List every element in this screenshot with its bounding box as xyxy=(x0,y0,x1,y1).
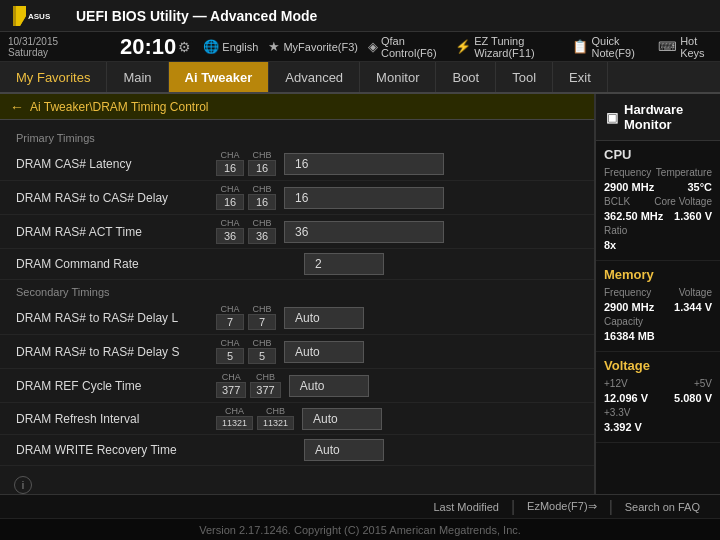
ras-cas-chb: CHB 16 xyxy=(248,185,276,210)
hw-monitor-header: ▣ Hardware Monitor xyxy=(596,94,720,141)
hw-cpu-bclk-cv-vals: 362.50 MHz 1.360 V xyxy=(604,210,712,222)
hw-cpu-freq-temp-labels: Frequency Temperature xyxy=(604,167,712,178)
nav-monitor[interactable]: Monitor xyxy=(360,62,436,92)
hw-cpu-ratio-label: Ratio xyxy=(604,225,712,236)
back-button[interactable]: ← xyxy=(10,99,24,115)
primary-timings-header: Primary Timings xyxy=(0,126,594,147)
hw-cpu-ratio-val: 8x xyxy=(604,239,712,251)
nav-exit[interactable]: Exit xyxy=(553,62,608,92)
refresh-interval-label: DRAM Refresh Interval xyxy=(16,412,216,426)
ras-ras-s-label: DRAM RAS# to RAS# Delay S xyxy=(16,345,216,359)
ras-ras-s-cha: CHA 5 xyxy=(216,339,244,364)
hw-voltage-section: Voltage +12V +5V 12.096 V 5.080 V +3.3V … xyxy=(596,352,720,443)
ras-ras-l-channels: CHA 7 CHB 7 xyxy=(216,305,276,330)
setting-row-ras-cas[interactable]: DRAM RAS# to CAS# Delay CHA 16 CHB 16 16 xyxy=(0,181,594,215)
ras-cas-cha: CHA 16 xyxy=(216,185,244,210)
ras-cas-channels: CHA 16 CHB 16 xyxy=(216,185,276,210)
main-area: ← Ai Tweaker\DRAM Timing Control Primary… xyxy=(0,94,720,494)
write-recovery-label: DRAM WRITE Recovery Time xyxy=(16,443,216,457)
status-bar: Last Modified | EzMode(F7)⇒ | Search on … xyxy=(0,494,720,518)
ras-act-chb: CHB 36 xyxy=(248,219,276,244)
refresh-interval-cha: CHA 11321 xyxy=(216,407,253,430)
setting-row-ras-ras-l[interactable]: DRAM RAS# to RAS# Delay L CHA 7 CHB 7 Au… xyxy=(0,301,594,335)
setting-row-ref-cycle[interactable]: DRAM REF Cycle Time CHA 377 CHB 377 Auto xyxy=(0,369,594,403)
logo: ASUS xyxy=(8,2,68,30)
svg-marker-1 xyxy=(16,6,26,26)
nav-ai-tweaker[interactable]: Ai Tweaker xyxy=(169,62,270,92)
setting-row-ras-act[interactable]: DRAM RAS# ACT Time CHA 36 CHB 36 36 xyxy=(0,215,594,249)
secondary-timings-header: Secondary Timings xyxy=(0,280,594,301)
hw-mem-title: Memory xyxy=(604,267,712,282)
time-display: 20:10 ⚙ xyxy=(120,34,191,60)
ras-ras-s-value[interactable]: Auto xyxy=(284,341,364,363)
nav-bar: My Favorites Main Ai Tweaker Advanced Mo… xyxy=(0,62,720,94)
top-icon-language[interactable]: 🌐 English xyxy=(203,39,258,54)
setting-row-ras-ras-s[interactable]: DRAM RAS# to RAS# Delay S CHA 5 CHB 5 Au… xyxy=(0,335,594,369)
language-icon: 🌐 xyxy=(203,39,219,54)
nav-main[interactable]: Main xyxy=(107,62,168,92)
ez-mode-button[interactable]: EzMode(F7)⇒ xyxy=(517,500,607,513)
hw-volt-12-5-labels: +12V +5V xyxy=(604,378,712,389)
top-icon-eztuning[interactable]: ⚡ EZ Tuning Wizard(F11) xyxy=(455,35,562,59)
top-icon-qfan[interactable]: ◈ Qfan Control(F6) xyxy=(368,35,445,59)
ras-ras-l-value[interactable]: Auto xyxy=(284,307,364,329)
breadcrumb: ← Ai Tweaker\DRAM Timing Control xyxy=(0,94,594,120)
hw-cpu-title: CPU xyxy=(604,147,712,162)
ref-cycle-channels: CHA 377 CHB 377 xyxy=(216,373,281,398)
ras-cas-value[interactable]: 16 xyxy=(284,187,444,209)
setting-row-refresh-interval[interactable]: DRAM Refresh Interval CHA 11321 CHB 1132… xyxy=(0,403,594,435)
cmd-rate-label: DRAM Command Rate xyxy=(16,257,216,271)
footer-text: Version 2.17.1246. Copyright (C) 2015 Am… xyxy=(199,524,521,536)
cas-latency-label: DRAM CAS# Latency xyxy=(16,157,216,171)
ref-cycle-cha: CHA 377 xyxy=(216,373,246,398)
ref-cycle-chb: CHB 377 xyxy=(250,373,280,398)
tuning-icon: ⚡ xyxy=(455,39,471,54)
ras-ras-l-cha: CHA 7 xyxy=(216,305,244,330)
ras-cas-label: DRAM RAS# to CAS# Delay xyxy=(16,191,216,205)
ref-cycle-label: DRAM REF Cycle Time xyxy=(16,379,216,393)
svg-text:ASUS: ASUS xyxy=(28,12,51,21)
hw-cpu-freq-temp-vals: 2900 MHz 35°C xyxy=(604,181,712,193)
setting-row-cas-latency[interactable]: DRAM CAS# Latency CHA 16 CHB 16 16 xyxy=(0,147,594,181)
setting-row-cmd-rate[interactable]: DRAM Command Rate 2 xyxy=(0,249,594,280)
fan-icon: ◈ xyxy=(368,39,378,54)
setting-row-write-recovery[interactable]: DRAM WRITE Recovery Time Auto xyxy=(0,435,594,466)
gear-icon[interactable]: ⚙ xyxy=(178,39,191,55)
nav-tool[interactable]: Tool xyxy=(496,62,553,92)
cmd-rate-value[interactable]: 2 xyxy=(304,253,384,275)
top-icon-myfavorite[interactable]: ★ MyFavorite(F3) xyxy=(268,39,358,54)
ras-act-value[interactable]: 36 xyxy=(284,221,444,243)
breadcrumb-path: Ai Tweaker\DRAM Timing Control xyxy=(30,100,209,114)
ras-ras-l-label: DRAM RAS# to RAS# Delay L xyxy=(16,311,216,325)
refresh-interval-channels: CHA 11321 CHB 11321 xyxy=(216,407,294,430)
nav-advanced[interactable]: Advanced xyxy=(269,62,360,92)
ref-cycle-value[interactable]: Auto xyxy=(289,375,369,397)
hw-volt-12-5-vals: 12.096 V 5.080 V xyxy=(604,392,712,404)
top-icon-quicknote[interactable]: 📋 Quick Note(F9) xyxy=(572,35,648,59)
last-modified-button[interactable]: Last Modified xyxy=(424,501,509,513)
search-faq-button[interactable]: Search on FAQ xyxy=(615,501,710,513)
ras-act-label: DRAM RAS# ACT Time xyxy=(16,225,216,239)
cas-latency-cha: CHA 16 xyxy=(216,151,244,176)
ras-act-cha: CHA 36 xyxy=(216,219,244,244)
right-panel: ▣ Hardware Monitor CPU Frequency Tempera… xyxy=(594,94,720,494)
datetime: 10/31/2015 Saturday xyxy=(8,36,108,58)
keyboard-icon: ⌨ xyxy=(658,39,677,54)
ras-act-channels: CHA 36 CHB 36 xyxy=(216,219,276,244)
nav-boot[interactable]: Boot xyxy=(436,62,496,92)
top-icon-hotkeys[interactable]: ⌨ Hot Keys xyxy=(658,35,712,59)
hw-cpu-bclk-cv-labels: BCLK Core Voltage xyxy=(604,196,712,207)
write-recovery-value[interactable]: Auto xyxy=(304,439,384,461)
hw-volt-title: Voltage xyxy=(604,358,712,373)
cas-latency-channels: CHA 16 CHB 16 xyxy=(216,151,276,176)
hw-mem-cap-label: Capacity xyxy=(604,316,712,327)
nav-my-favorites[interactable]: My Favorites xyxy=(0,62,107,92)
refresh-interval-value[interactable]: Auto xyxy=(302,408,382,430)
note-icon: 📋 xyxy=(572,39,588,54)
settings-content: Primary Timings DRAM CAS# Latency CHA 16… xyxy=(0,120,594,494)
info-icon[interactable]: i xyxy=(14,476,32,494)
cas-latency-chb: CHB 16 xyxy=(248,151,276,176)
hw-cpu-section: CPU Frequency Temperature 2900 MHz 35°C … xyxy=(596,141,720,261)
hw-memory-section: Memory Frequency Voltage 2900 MHz 1.344 … xyxy=(596,261,720,352)
cas-latency-value[interactable]: 16 xyxy=(284,153,444,175)
